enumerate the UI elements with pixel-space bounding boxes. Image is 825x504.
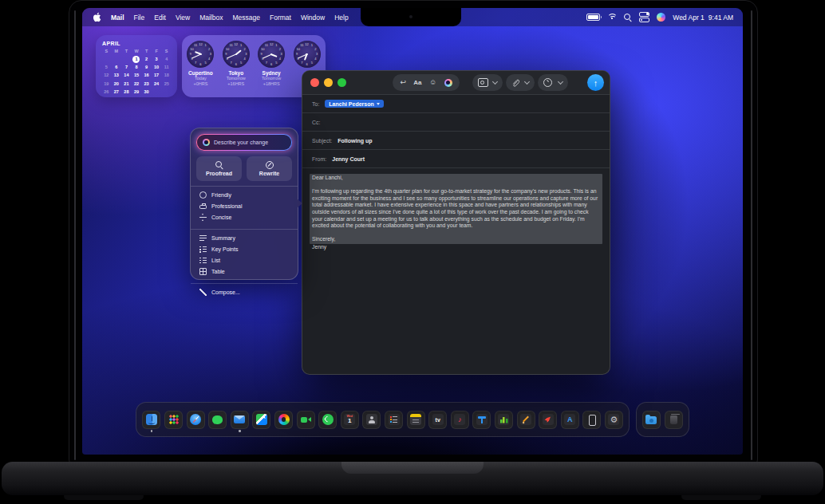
clock-numeral: 3 (243, 52, 248, 57)
paperclip-icon[interactable] (511, 78, 519, 87)
minimize-window-button[interactable] (324, 78, 333, 87)
menu-help[interactable]: Help (334, 14, 348, 22)
dock-notes-icon[interactable] (407, 411, 425, 429)
dock-pages-icon[interactable] (517, 411, 535, 429)
dock-appletv-icon[interactable]: tv (428, 411, 447, 429)
subject-field[interactable]: Subject: Following up (302, 132, 610, 150)
format-text-icon[interactable]: Aa (413, 79, 421, 86)
compose-menu-item[interactable]: Compose... (191, 286, 298, 297)
menu-mailbox[interactable]: Mailbox (199, 14, 223, 22)
wifi-icon[interactable] (607, 14, 617, 21)
battery-icon[interactable] (586, 14, 600, 21)
dock-downloads-icon[interactable] (642, 411, 661, 429)
chevron-down-icon[interactable] (558, 79, 563, 85)
attachment-group[interactable] (506, 74, 535, 91)
friendly-menu-item[interactable]: Friendly (191, 189, 298, 200)
from-field[interactable]: From: Jenny Court (302, 150, 610, 168)
describe-change-input[interactable]: Describe your change (196, 134, 292, 151)
menu-format[interactable]: Format (270, 14, 291, 22)
menu-window[interactable]: Window (301, 14, 325, 22)
menu-file[interactable]: File (134, 14, 145, 22)
dock-maps-icon[interactable] (252, 411, 270, 429)
dock-finder-icon[interactable] (142, 411, 160, 429)
subject-value: Following up (338, 138, 372, 144)
close-window-button[interactable] (310, 78, 319, 87)
calendar-weekday: S (101, 49, 112, 55)
key-points-menu-item[interactable]: Key Points (191, 243, 298, 254)
zoom-window-button[interactable] (338, 78, 346, 87)
to-field[interactable]: To: Lanchi Pederson (302, 95, 610, 113)
dock-photos-icon[interactable] (274, 411, 293, 429)
cc-field[interactable]: Cc: (302, 113, 610, 132)
dock-launchpad-icon[interactable] (164, 411, 183, 429)
calendar-day: 19 (101, 80, 112, 88)
professional-menu-item[interactable]: Professional (191, 200, 298, 211)
active-app-menu[interactable]: Mail (111, 14, 124, 22)
summary-menu-item[interactable]: Summary (191, 232, 298, 243)
menu-item-label: Friendly (211, 192, 231, 198)
message-body-editor[interactable]: Dear Lanchi, I'm following up regarding … (302, 168, 610, 257)
menu-bar-clock[interactable]: Wed Apr 1 9:41 AM (673, 14, 733, 22)
summary-icon (199, 234, 207, 242)
clock-numeral: 5 (239, 61, 243, 65)
calendar-day: 2 (141, 55, 152, 63)
dock-phone-icon[interactable] (318, 411, 337, 429)
calendar-weekday: S (161, 49, 172, 55)
dock-music-icon[interactable]: ♪ (451, 411, 469, 429)
body-signature: Jenny (310, 244, 602, 251)
photo-browser-icon[interactable] (478, 78, 488, 87)
dock-iphone-mirroring-icon[interactable] (582, 411, 601, 429)
dock-messages-icon[interactable] (208, 411, 227, 429)
apple-intelligence-icon[interactable] (444, 79, 452, 87)
status-date: Wed Apr 1 (673, 14, 705, 22)
proofread-button[interactable]: Proofread (196, 156, 242, 181)
control-center-icon[interactable] (639, 12, 649, 23)
clock-numeral: 2 (207, 47, 211, 52)
apple-menu-icon[interactable] (93, 12, 101, 22)
dock-trash-icon[interactable] (665, 411, 683, 429)
dock-rocket-icon[interactable] (539, 411, 557, 429)
calendar-weekday: T (141, 49, 152, 55)
send-button[interactable]: ↑ (587, 74, 604, 91)
clock-numeral: 2 (313, 47, 318, 52)
chevron-down-icon[interactable] (524, 79, 530, 85)
list-menu-item[interactable]: List (191, 254, 298, 266)
proofread-magnifier-icon (215, 161, 223, 169)
calendar-widget[interactable]: APRIL SMTWTFS 12345678910111213141516171… (96, 35, 177, 97)
menu-message[interactable]: Message (232, 14, 260, 22)
numbers-glyph (498, 414, 509, 425)
clock-day-label: Today (184, 76, 217, 81)
dock-calendar-icon[interactable]: Wed1 (341, 411, 359, 429)
photo-browser-group[interactable] (472, 74, 503, 91)
dock-safari-icon[interactable] (187, 411, 205, 429)
undo-icon[interactable]: ↩ (400, 79, 406, 86)
dock-keynote-icon[interactable] (472, 411, 491, 429)
iphone-mirroring-glyph (586, 414, 598, 425)
circle-arrow-icon[interactable] (543, 78, 552, 87)
calendar-day: 16 (141, 71, 152, 79)
dock-contacts-icon[interactable] (362, 411, 381, 429)
dock-settings-icon[interactable]: ⚙ (605, 411, 623, 429)
calendar-month-label: APRIL (102, 41, 172, 46)
emoji-icon[interactable]: ☺ (429, 79, 436, 86)
token-chevron-icon (377, 103, 380, 105)
concise-menu-item[interactable]: Concise (191, 211, 298, 222)
clock-city-label: Sydney (255, 70, 288, 76)
menu-view[interactable]: View (176, 14, 190, 22)
spotlight-search-icon[interactable] (624, 14, 632, 22)
table-menu-item[interactable]: Table (191, 266, 298, 277)
more-actions-group[interactable] (538, 74, 568, 91)
rewrite-icon (266, 161, 274, 169)
chevron-down-icon[interactable] (492, 79, 498, 85)
recipient-token[interactable]: Lanchi Pederson (325, 100, 383, 108)
dock-appstore-icon[interactable]: A (561, 411, 579, 429)
siri-icon[interactable] (657, 13, 665, 22)
rewrite-button[interactable]: Rewrite (247, 156, 292, 181)
selected-text[interactable]: Dear Lanchi, I'm following up regarding … (310, 174, 602, 244)
dock-mail-icon[interactable] (231, 411, 249, 429)
calendar-day (101, 55, 112, 63)
dock-numbers-icon[interactable] (495, 411, 513, 429)
menu-edit[interactable]: Edit (154, 14, 166, 22)
dock-facetime-icon[interactable] (297, 411, 315, 429)
dock-reminders-icon[interactable] (385, 411, 403, 429)
